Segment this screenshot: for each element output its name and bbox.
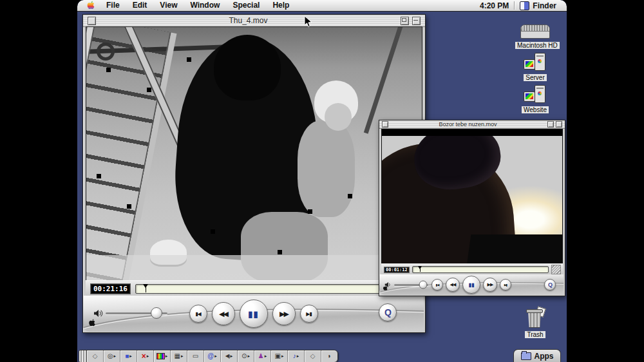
volume-control: [93, 305, 167, 321]
video-content: [381, 129, 563, 265]
apple-logo-icon: [86, 1, 95, 10]
grid-icon: ▦: [175, 353, 180, 359]
letterbox-strip: [382, 129, 562, 136]
title-bar[interactable]: Thu_4.mov: [83, 15, 425, 27]
cs-module-sound-volume[interactable]: ◀) ▸: [221, 350, 238, 362]
cs-module-navigation[interactable]: ◇: [87, 350, 104, 362]
playhead[interactable]: [418, 267, 424, 272]
skip-to-start-button[interactable]: ▮◀: [189, 305, 207, 323]
cs-module-printer[interactable]: ▭: [187, 350, 204, 362]
apps-tab-label: Apps: [535, 352, 554, 361]
controller-bar: ▮◀ ◀◀ ▮▮ ▶▶ ▶▮ Q: [379, 274, 564, 295]
menu-window[interactable]: Window: [184, 0, 226, 11]
quicktime-window-small: Bozor tebe nuzen.mov 00:01:12: [379, 120, 565, 296]
close-box[interactable]: [88, 17, 96, 25]
cd-icon: ◎: [108, 353, 113, 359]
desktop-icon-trash[interactable]: Trash: [519, 309, 551, 339]
menu-view[interactable]: View: [153, 0, 184, 11]
volume-control: [384, 280, 428, 290]
skip-to-end-button[interactable]: ▶▮: [500, 279, 511, 291]
marker-square: [187, 57, 191, 62]
printer-icon: ▭: [193, 353, 198, 359]
microphone-icon: ⊙: [242, 353, 247, 359]
playhead[interactable]: [143, 285, 149, 293]
volume-track[interactable]: [106, 312, 167, 314]
x-icon: ×: [142, 353, 146, 359]
speaker-icon: ◀): [225, 353, 230, 359]
scrubber-track[interactable]: [135, 284, 416, 294]
volume-track[interactable]: [394, 284, 428, 286]
resize-grip[interactable]: [551, 265, 561, 274]
cs-module-file-sharing[interactable]: ♟ ▸: [254, 350, 271, 362]
cs-module-appletalk-off[interactable]: × ▸: [137, 350, 154, 362]
skip-to-start-button[interactable]: ▮◀: [431, 279, 443, 291]
control-strip-tab[interactable]: [79, 350, 87, 362]
quicktime-menu-button[interactable]: Q: [544, 279, 556, 291]
marker-square: [308, 209, 312, 214]
pause-button[interactable]: ▮▮: [240, 300, 268, 328]
collapse-box[interactable]: [556, 121, 562, 128]
computers-icon: [524, 84, 547, 103]
zoom-box[interactable]: [547, 121, 554, 128]
menu-edit[interactable]: Edit: [126, 0, 154, 11]
window-title: Thu_4.mov: [96, 16, 401, 25]
transport-controls: ▮◀ ◀◀ ▮▮ ▶▶ ▶▮: [431, 276, 511, 294]
skip-to-end-button[interactable]: ▶▮: [300, 305, 318, 323]
zoom-box[interactable]: [401, 17, 409, 25]
cs-module-strip-end[interactable]: ◗: [321, 350, 337, 362]
face-shape: [325, 103, 352, 131]
pause-button[interactable]: ▮▮: [462, 276, 480, 294]
cs-module-sound-input[interactable]: ⊙ ▸: [238, 350, 254, 362]
cs-module-sound-source[interactable]: ♪ ▸: [288, 350, 305, 362]
menu-special[interactable]: Special: [226, 0, 266, 11]
cs-module-monitor-resolution[interactable]: ▦ ▸: [171, 350, 187, 362]
menu-clock[interactable]: 4:20 PM: [480, 1, 509, 10]
cs-module-navigation-2[interactable]: ◇: [305, 350, 321, 362]
desktop-icon-server[interactable]: Server: [516, 52, 554, 82]
folder-icon: [521, 352, 531, 360]
timecode-display: 00:01:12: [384, 267, 410, 273]
menu-bar: File Edit View Window Special Help 4:20 …: [77, 0, 567, 12]
video-content: [86, 26, 422, 281]
fast-forward-button[interactable]: ▶▶: [483, 278, 497, 292]
cs-module-monitor-depth[interactable]: ▸: [154, 350, 171, 362]
web-icon: @: [207, 353, 214, 359]
cs-module-web-sharing[interactable]: @ ▸: [204, 350, 221, 362]
displays-icon: ▣: [275, 353, 281, 359]
apps-popup-tab[interactable]: Apps: [513, 349, 561, 362]
trash-icon: [527, 309, 543, 328]
marker-square: [127, 204, 131, 209]
scrubber-row: 00:01:12: [381, 263, 563, 275]
fast-forward-button[interactable]: ▶▶: [272, 302, 296, 325]
marker-square: [147, 88, 151, 92]
quicktime-menu-button[interactable]: Q: [379, 303, 397, 321]
collapse-box[interactable]: [412, 17, 421, 25]
apple-logo-icon: [88, 318, 95, 330]
colorbars-icon: [156, 353, 165, 359]
desktop-icon-website[interactable]: Website: [516, 84, 554, 115]
close-box[interactable]: [382, 121, 388, 128]
apple-menu[interactable]: [77, 1, 100, 10]
control-strip: ◇ ◎ ▸ ■ ▸ × ▸ ▸ ▦ ▸ ▭: [79, 350, 338, 362]
menu-file[interactable]: File: [100, 0, 126, 11]
cs-module-sharing-folder[interactable]: ■ ▸: [120, 350, 137, 362]
desktop-icon-macintosh-hd[interactable]: Macintosh HD: [515, 24, 555, 50]
scrubber-track[interactable]: [412, 266, 549, 273]
letterbox-right: [567, 0, 644, 362]
marker-square: [278, 250, 282, 254]
timecode-display: 00:21:16: [90, 283, 131, 294]
controller-bar: ▮◀ ◀◀ ▮▮ ▶▶ ▶▮ Q: [83, 296, 424, 332]
application-menu[interactable]: Finder: [533, 1, 556, 10]
rewind-button[interactable]: ◀◀: [446, 278, 460, 292]
pole-shape: [364, 26, 403, 134]
title-bar[interactable]: Bozor tebe nuzen.mov: [379, 120, 565, 129]
cs-module-cd-audio[interactable]: ◎ ▸: [104, 350, 120, 362]
rewind-button[interactable]: ◀◀: [212, 302, 235, 325]
endcap-icon: ◗: [327, 353, 331, 359]
screenshot-root: File Edit View Window Special Help 4:20 …: [0, 0, 644, 362]
volume-thumb[interactable]: [419, 281, 428, 289]
volume-thumb[interactable]: [151, 307, 162, 319]
cs-module-display-mirroring[interactable]: ▣ ▸: [271, 350, 288, 362]
menu-help[interactable]: Help: [266, 0, 296, 11]
apple-logo-icon: [383, 282, 388, 294]
